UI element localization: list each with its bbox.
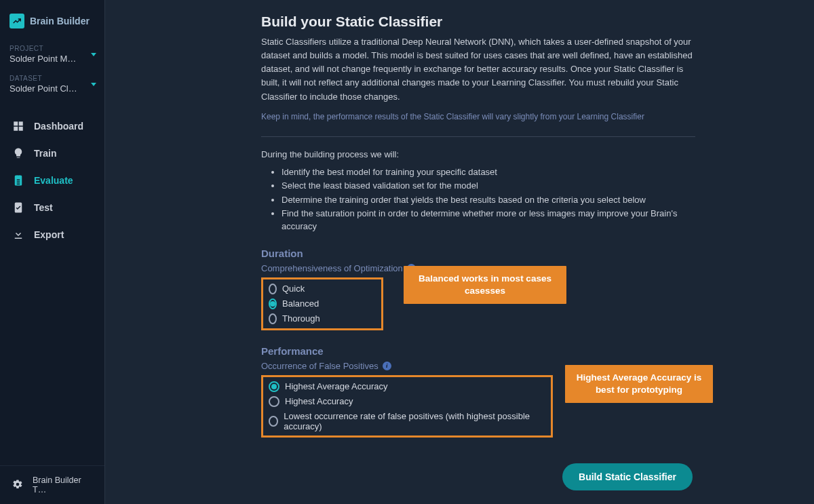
radio-icon bbox=[269, 396, 279, 407]
process-intro: During the building process we will: bbox=[261, 149, 695, 159]
radio-thorough[interactable]: Thorough bbox=[269, 313, 279, 324]
caret-down-icon bbox=[91, 83, 96, 86]
content-panel: Build your Static Classifier Static Clas… bbox=[261, 4, 695, 504]
brain-builder-logo-icon bbox=[9, 14, 24, 28]
radio-label: Balanced bbox=[282, 298, 319, 309]
sidebar-item-label: Export bbox=[34, 229, 64, 240]
radio-label: Thorough bbox=[282, 313, 320, 324]
radio-icon bbox=[269, 284, 277, 294]
radio-icon bbox=[269, 381, 279, 392]
radio-icon bbox=[269, 298, 277, 309]
callout-performance: Highest Average Accuracy is best for pro… bbox=[565, 365, 713, 403]
svg-rect-2 bbox=[14, 127, 18, 131]
settings-label: Brain Builder T… bbox=[33, 476, 92, 495]
sidebar-item-export[interactable]: Export bbox=[0, 221, 104, 248]
radio-highest-accuracy[interactable]: Highest Accuracy bbox=[269, 396, 530, 407]
process-bullet: Select the least biased validation set f… bbox=[282, 180, 695, 192]
clipboard-icon bbox=[12, 174, 24, 187]
radio-label: Lowest occurrence rate of false positive… bbox=[284, 411, 530, 431]
duration-heading: Duration bbox=[261, 248, 695, 259]
main: Build your Static Classifier Static Clas… bbox=[105, 0, 814, 504]
sidebar-item-label: Evaluate bbox=[34, 175, 73, 186]
build-row: Build Static Classifier bbox=[261, 463, 695, 490]
performance-radio-group: Highest Average Accuracy Highest Accurac… bbox=[261, 375, 553, 438]
sidebar-item-label: Test bbox=[34, 202, 53, 213]
radio-icon bbox=[269, 313, 277, 324]
sidebar-item-label: Train bbox=[34, 148, 56, 159]
page-title: Build your Static Classifier bbox=[261, 14, 695, 30]
app-name: Brain Builder bbox=[30, 16, 90, 26]
duration-radio-group: Quick Balanced Thorough bbox=[261, 277, 383, 330]
svg-rect-1 bbox=[19, 121, 23, 125]
sidebar-item-dashboard[interactable]: Dashboard bbox=[0, 113, 104, 140]
radio-quick[interactable]: Quick bbox=[269, 284, 279, 294]
project-selector-value: Solder Point M… bbox=[9, 54, 83, 64]
download-icon bbox=[12, 229, 24, 241]
info-icon[interactable]: i bbox=[383, 362, 391, 370]
project-selector-label: PROJECT bbox=[9, 45, 95, 52]
build-static-classifier-button[interactable]: Build Static Classifier bbox=[562, 463, 693, 490]
radio-icon bbox=[269, 416, 278, 427]
process-bullets: Identify the best model for training you… bbox=[282, 166, 695, 233]
dataset-selector-value: Solder Point Cl… bbox=[9, 83, 83, 94]
svg-rect-3 bbox=[19, 127, 23, 131]
lightbulb-icon bbox=[12, 147, 24, 159]
dataset-selector[interactable]: DATASET Solder Point Cl… bbox=[0, 71, 104, 100]
dataset-selector-label: DATASET bbox=[9, 75, 95, 82]
radio-lowest-false-positives[interactable]: Lowest occurrence rate of false positive… bbox=[269, 411, 530, 431]
radio-label: Highest Average Accuracy bbox=[285, 381, 388, 391]
callout-duration: Balanced works in most cases casesses bbox=[404, 266, 566, 304]
radio-label: Highest Accuracy bbox=[285, 396, 353, 406]
sidebar: Brain Builder PROJECT Solder Point M… DA… bbox=[0, 0, 105, 504]
project-selector[interactable]: PROJECT Solder Point M… bbox=[0, 41, 104, 71]
sidebar-item-evaluate[interactable]: Evaluate bbox=[0, 167, 104, 194]
process-bullet: Find the saturation point in order to de… bbox=[282, 208, 695, 233]
radio-balanced[interactable]: Balanced bbox=[269, 298, 279, 309]
gear-icon bbox=[12, 479, 23, 492]
performance-heading: Performance bbox=[261, 345, 695, 357]
app-logo-row: Brain Builder bbox=[0, 7, 104, 41]
page-note: Keep in mind, the performance results of… bbox=[261, 112, 695, 121]
checklist-icon bbox=[12, 201, 24, 214]
sidebar-settings[interactable]: Brain Builder T… bbox=[0, 465, 104, 504]
svg-rect-0 bbox=[14, 121, 18, 125]
caret-down-icon bbox=[91, 53, 96, 56]
radio-highest-avg-accuracy[interactable]: Highest Average Accuracy bbox=[269, 381, 530, 392]
process-bullet: Identify the best model for training you… bbox=[282, 166, 695, 178]
duration-sub-text: Comprehensiveness of Optimization bbox=[261, 263, 403, 273]
sidebar-item-test[interactable]: Test bbox=[0, 194, 104, 221]
process-bullet: Determine the training order that yields… bbox=[282, 194, 695, 206]
sidebar-item-train[interactable]: Train bbox=[0, 140, 104, 167]
grid-icon bbox=[12, 120, 24, 132]
sidebar-nav: Dashboard Train Evaluate Test Export bbox=[0, 113, 104, 248]
divider bbox=[261, 136, 695, 137]
radio-label: Quick bbox=[282, 284, 305, 294]
performance-sub-text: Occurrence of False Positives bbox=[261, 361, 379, 371]
page-description: Static Classifiers utilize a traditional… bbox=[261, 35, 695, 104]
sidebar-item-label: Dashboard bbox=[34, 121, 83, 132]
